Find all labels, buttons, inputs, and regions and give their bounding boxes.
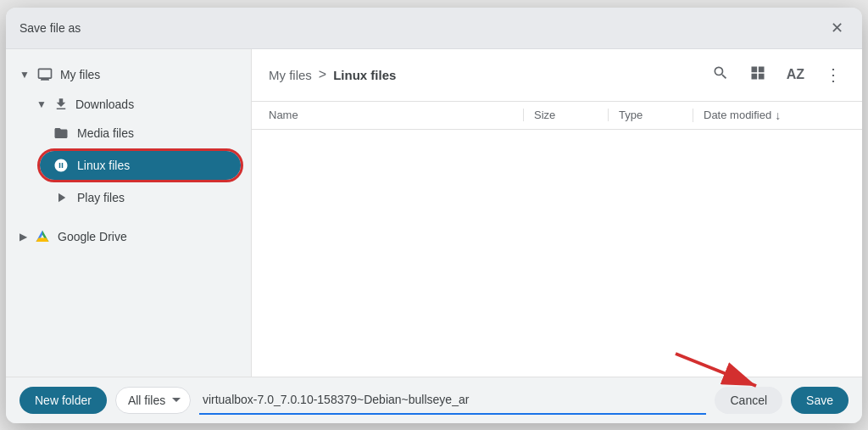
sidebar-item-media-files-label: Media files [77,126,134,140]
file-list [252,130,862,377]
sidebar-item-media-files[interactable]: Media files [40,119,241,148]
column-date[interactable]: Date modified ↓ [693,109,845,122]
media-files-section: Media files [23,119,251,148]
downloads-section: ▼ Downloads Media files [6,90,251,212]
bottom-bar: New folder All files Cancel Save [6,377,862,423]
column-size[interactable]: Size [523,109,608,121]
linux-icon [53,158,69,173]
search-button[interactable] [709,61,732,89]
save-button[interactable]: Save [791,387,849,414]
sidebar-item-my-files[interactable]: ▼ My files [6,59,251,90]
chevron-right-icon: ▶ [19,231,27,243]
monitor-icon [36,66,53,83]
header-actions: AZ ⋮ [709,61,845,89]
linux-files-section: Linux files [23,151,251,180]
sidebar-item-google-drive-label: Google Drive [58,230,127,243]
download-icon [53,97,69,112]
breadcrumb-current: Linux files [333,68,396,82]
sidebar: ▼ My files ▼ Downloads [6,49,252,377]
sidebar-item-downloads[interactable]: ▼ Downloads [23,90,251,119]
grid-icon [749,64,766,86]
file-table-header: Name Size Type Date modified ↓ [252,102,862,130]
more-icon: ⋮ [825,64,842,85]
breadcrumb-parent[interactable]: My files [269,68,312,82]
play-icon [53,190,69,205]
sidebar-item-google-drive[interactable]: ▶ Google Drive [6,222,251,251]
column-date-label: Date modified [704,109,771,121]
sidebar-item-linux-files-label: Linux files [77,159,130,172]
save-dialog: Save file as ✕ ▼ My files ▼ [6,8,862,423]
new-folder-button[interactable]: New folder [19,387,107,414]
sidebar-item-play-files[interactable]: Play files [40,183,241,212]
breadcrumb: My files > Linux files [269,67,396,82]
main-content: ▼ My files ▼ Downloads [6,49,862,377]
sort-icon: AZ [787,67,804,82]
column-type[interactable]: Type [608,109,693,121]
title-bar: Save file as ✕ [6,8,862,49]
file-area: My files > Linux files [252,49,862,377]
cancel-button[interactable]: Cancel [715,387,782,414]
filename-input[interactable] [199,386,707,415]
sidebar-item-downloads-label: Downloads [75,98,134,111]
sort-down-icon: ↓ [775,109,781,122]
chevron-down-icon: ▼ [36,98,47,110]
sort-button[interactable]: AZ [783,64,808,86]
grid-view-button[interactable] [746,61,770,89]
sidebar-item-linux-files[interactable]: Linux files [40,151,241,180]
file-header: My files > Linux files [252,49,862,102]
google-drive-icon [34,229,51,244]
breadcrumb-separator: > [319,67,326,82]
dialog-title: Save file as [19,21,81,35]
sidebar-item-play-files-label: Play files [77,191,125,204]
my-files-section: ▼ My files ▼ Downloads [6,59,251,212]
close-icon: ✕ [831,19,843,37]
more-options-button[interactable]: ⋮ [821,61,845,88]
file-type-select[interactable]: All files [115,387,191,414]
sidebar-item-my-files-label: My files [60,68,100,81]
column-name[interactable]: Name [269,109,523,121]
close-button[interactable]: ✕ [825,16,849,40]
search-icon [712,64,729,86]
folder-icon [53,126,69,141]
chevron-down-icon: ▼ [19,69,30,81]
